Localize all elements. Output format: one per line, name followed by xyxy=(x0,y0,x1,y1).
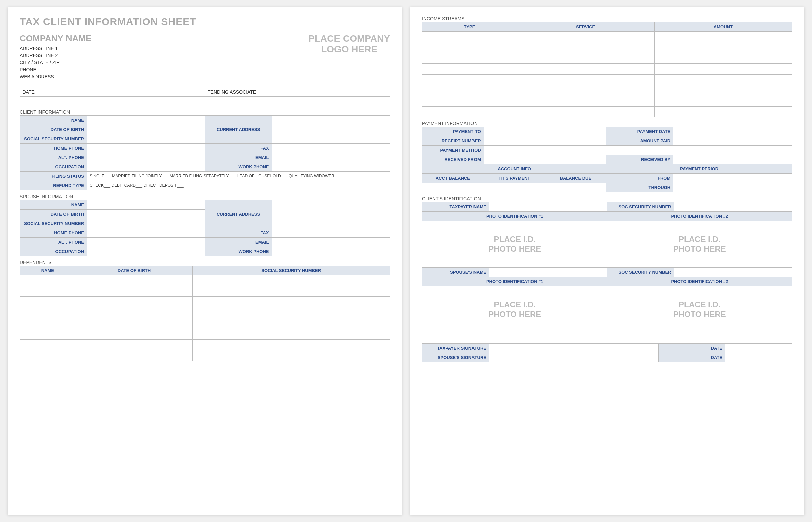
address-line-3: CITY / STATE / ZIP xyxy=(20,59,308,66)
field-email[interactable] xyxy=(272,153,390,162)
dep-row[interactable] xyxy=(20,328,76,339)
dep-row[interactable] xyxy=(20,339,76,350)
lbl-sp-home-phone: HOME PHONE xyxy=(20,228,87,237)
lbl-sp-alt-phone: ALT. PHONE xyxy=(20,237,87,247)
lbl-sp-ssn-id: SOC SECURITY NUMBER xyxy=(607,268,674,277)
client-info-title: CLIENT INFORMATION xyxy=(20,109,390,115)
field-occupation[interactable] xyxy=(87,162,205,172)
field-sp-fax[interactable] xyxy=(272,228,390,237)
lbl-sp-email: EMAIL xyxy=(205,237,272,247)
dep-row[interactable] xyxy=(20,297,76,307)
field-payment-method[interactable] xyxy=(484,146,792,155)
dep-row[interactable] xyxy=(20,286,76,297)
field-payment-to[interactable] xyxy=(484,127,607,136)
field-sp-email[interactable] xyxy=(272,237,390,247)
lbl-alt-phone: ALT. PHONE xyxy=(20,153,87,162)
field-from[interactable] xyxy=(673,174,792,183)
income-row[interactable] xyxy=(422,64,517,75)
address-line-2: ADDRESS LINE 2 xyxy=(20,52,308,59)
dep-row[interactable] xyxy=(20,275,76,286)
client-info-table: NAME CURRENT ADDRESS DATE OF BIRTH SOCIA… xyxy=(20,115,390,190)
field-tp-ssn[interactable] xyxy=(674,202,792,212)
income-row[interactable] xyxy=(422,32,517,42)
field-dob[interactable] xyxy=(87,125,205,134)
lbl-sp-dob: DATE OF BIRTH xyxy=(20,209,87,219)
field-payment-date[interactable] xyxy=(673,127,792,136)
income-hdr-service: SERVICE xyxy=(517,22,654,32)
lbl-home-phone: HOME PHONE xyxy=(20,143,87,153)
spouse-info-table: NAME CURRENT ADDRESS DATE OF BIRTH SOCIA… xyxy=(20,200,390,256)
field-spouse-sig[interactable] xyxy=(489,353,658,362)
field-balance-due[interactable] xyxy=(545,183,607,193)
dep-hdr-ssn: SOCIAL SECURITY NUMBER xyxy=(193,266,390,275)
field-received-from[interactable] xyxy=(484,155,607,164)
lbl-work-phone: WORK PHONE xyxy=(205,162,272,172)
dep-row[interactable] xyxy=(20,318,76,328)
field-current-address[interactable] xyxy=(272,115,390,143)
logo-placeholder: PLACE COMPANY LOGO HERE xyxy=(308,34,390,80)
field-tp-sig-date[interactable] xyxy=(726,344,792,353)
field-acct-balance[interactable] xyxy=(422,183,484,193)
field-name[interactable] xyxy=(87,115,205,125)
tending-field[interactable] xyxy=(205,96,390,106)
income-row[interactable] xyxy=(422,53,517,64)
field-sp-name[interactable] xyxy=(87,200,205,209)
income-row[interactable] xyxy=(422,75,517,85)
lbl-tp-photo1: PHOTO IDENTIFICATION #1 xyxy=(422,212,608,221)
field-taxpayer-name[interactable] xyxy=(489,202,608,212)
tp-photo2-placeholder[interactable]: PLACE I.D. PHOTO HERE xyxy=(607,221,792,268)
field-receipt-number[interactable] xyxy=(484,136,607,146)
sp-photo1-placeholder[interactable]: PLACE I.D. PHOTO HERE xyxy=(422,286,608,333)
dependents-table: NAME DATE OF BIRTH SOCIAL SECURITY NUMBE… xyxy=(20,266,390,361)
lbl-payment-to: PAYMENT TO xyxy=(422,127,484,136)
field-sp-current-address[interactable] xyxy=(272,200,390,228)
field-taxpayer-sig[interactable] xyxy=(489,344,658,353)
lbl-balance-due: BALANCE DUE xyxy=(545,174,607,183)
field-sp-home-phone[interactable] xyxy=(87,228,205,237)
tp-photo1-placeholder[interactable]: PLACE I.D. PHOTO HERE xyxy=(422,221,608,268)
tending-label: TENDING ASSOCIATE xyxy=(205,87,390,96)
field-this-payment[interactable] xyxy=(484,183,545,193)
dep-row[interactable] xyxy=(20,307,76,318)
income-title: INCOME STREAMS xyxy=(422,16,792,21)
income-row[interactable] xyxy=(422,96,517,107)
spouse-info-title: SPOUSE INFORMATION xyxy=(20,194,390,199)
lbl-sp-photo1: PHOTO IDENTIFICATION #1 xyxy=(422,277,608,286)
page-left: TAX CLIENT INFORMATION SHEET COMPANY NAM… xyxy=(8,7,402,515)
field-sp-dob[interactable] xyxy=(87,209,205,219)
field-sp-ssn[interactable] xyxy=(87,219,205,228)
filing-status-options[interactable]: SINGLE___ MARRIED FILING JOINTLY___ MARR… xyxy=(87,172,390,181)
payment-title: PAYMENT INFORMATION xyxy=(422,121,792,126)
field-sp-ssn-id[interactable] xyxy=(674,268,792,277)
field-sp-work-phone[interactable] xyxy=(272,247,390,256)
field-received-by[interactable] xyxy=(673,155,792,164)
lbl-through: THROUGH xyxy=(607,183,673,193)
dep-row[interactable] xyxy=(20,350,76,361)
lbl-ssn: SOCIAL SECURITY NUMBER xyxy=(20,134,87,143)
field-alt-phone[interactable] xyxy=(87,153,205,162)
income-row[interactable] xyxy=(422,42,517,53)
field-through[interactable] xyxy=(673,183,792,193)
page-right: INCOME STREAMS TYPE SERVICE AMOUNT PAYME… xyxy=(410,7,804,515)
field-sp-alt-phone[interactable] xyxy=(87,237,205,247)
sp-photo2-placeholder[interactable]: PLACE I.D. PHOTO HERE xyxy=(607,286,792,333)
refund-type-options[interactable]: CHECK___ DEBIT CARD___ DIRECT DEPOSIT___ xyxy=(87,181,390,190)
company-block: COMPANY NAME ADDRESS LINE 1 ADDRESS LINE… xyxy=(20,34,308,80)
lbl-refund-type: REFUND TYPE xyxy=(20,181,87,190)
date-field[interactable] xyxy=(20,96,205,106)
field-sp-sig-date[interactable] xyxy=(726,353,792,362)
lbl-sp-ssn: SOCIAL SECURITY NUMBER xyxy=(20,219,87,228)
income-row[interactable] xyxy=(422,85,517,96)
dependents-title: DEPENDENTS xyxy=(20,260,390,265)
lbl-spouse-name: SPOUSE'S NAME xyxy=(422,268,489,277)
lbl-received-from: RECEIVED FROM xyxy=(422,155,484,164)
income-row[interactable] xyxy=(422,107,517,117)
lbl-account-info: ACCOUNT INFO xyxy=(422,164,607,174)
field-amount-paid[interactable] xyxy=(673,136,792,146)
field-sp-occupation[interactable] xyxy=(87,247,205,256)
field-work-phone[interactable] xyxy=(272,162,390,172)
field-ssn[interactable] xyxy=(87,134,205,143)
field-spouse-name-id[interactable] xyxy=(489,268,608,277)
field-home-phone[interactable] xyxy=(87,143,205,153)
field-fax[interactable] xyxy=(272,143,390,153)
